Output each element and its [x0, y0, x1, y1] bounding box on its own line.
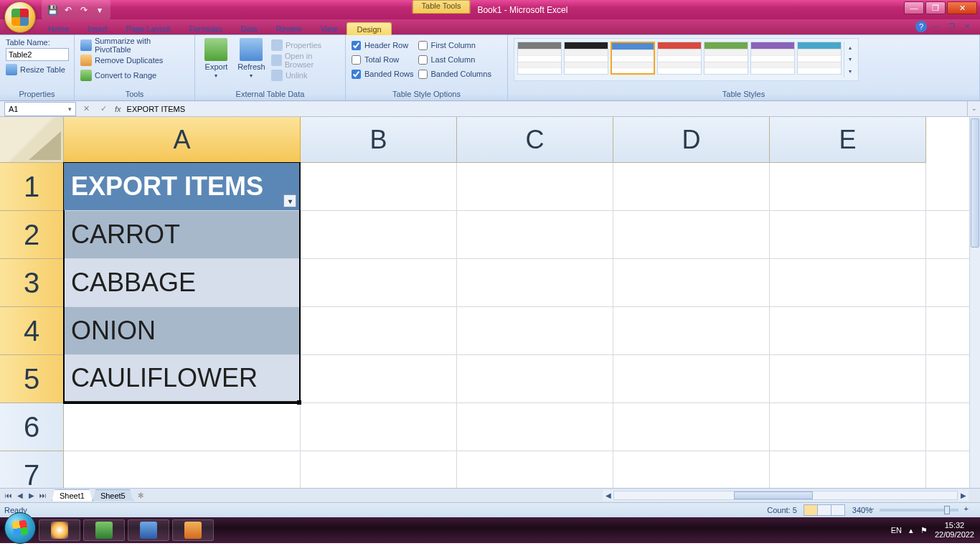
maximize-button[interactable]: ❐: [925, 1, 946, 14]
zoom-slider-thumb[interactable]: [944, 506, 950, 514]
qat-dropdown-icon[interactable]: ▾: [93, 4, 106, 17]
tab-review[interactable]: Review: [267, 22, 311, 34]
cell-b2[interactable]: [301, 211, 457, 258]
office-button[interactable]: [4, 1, 36, 33]
tab-formulas[interactable]: Formulas: [180, 22, 232, 34]
refresh-button[interactable]: Refresh▾: [236, 38, 267, 79]
new-sheet-icon[interactable]: ✻: [133, 491, 148, 499]
cell-a3[interactable]: CABBAGE: [64, 259, 301, 306]
cell-a1[interactable]: EXPORT ITEMS▾: [64, 163, 301, 210]
taskbar-excel[interactable]: [83, 519, 125, 541]
save-icon[interactable]: 💾: [46, 4, 59, 17]
cell-c4[interactable]: [457, 307, 613, 354]
hscroll-thumb[interactable]: [734, 491, 813, 499]
cell-c1[interactable]: [457, 163, 613, 210]
cell-e7[interactable]: [770, 451, 926, 488]
tab-page-layout[interactable]: Page Layout: [117, 22, 180, 34]
tray-flag-icon[interactable]: ⚑: [920, 526, 928, 535]
mdi-close-icon[interactable]: ✕: [964, 22, 974, 31]
tray-up-icon[interactable]: ▴: [909, 526, 913, 535]
last-sheet-icon[interactable]: ⏭: [37, 491, 49, 499]
cell-c7[interactable]: [457, 451, 613, 488]
cell-c2[interactable]: [457, 211, 613, 258]
last-column-checkbox[interactable]: Last Column: [418, 52, 491, 67]
cell-c6[interactable]: [457, 403, 613, 451]
gallery-more-button[interactable]: ▴▾▾: [844, 42, 855, 77]
table-styles-gallery[interactable]: ▴▾▾: [514, 38, 859, 81]
hscroll-right-icon[interactable]: ▶: [958, 491, 969, 499]
cell-a4[interactable]: ONION: [64, 307, 301, 354]
cell-a7[interactable]: [64, 451, 301, 488]
remove-duplicates-button[interactable]: Remove Duplicates: [80, 53, 163, 67]
cell-a5[interactable]: CAULIFLOWER: [64, 355, 301, 402]
export-button[interactable]: Export▾: [201, 38, 232, 79]
vertical-scrollbar[interactable]: [969, 117, 980, 488]
cell-d1[interactable]: [613, 163, 770, 210]
taskbar-paint[interactable]: [172, 519, 214, 541]
taskbar-word[interactable]: [128, 519, 169, 541]
cell-a6[interactable]: [64, 403, 301, 451]
table-style-thumb[interactable]: [657, 42, 702, 75]
cell-a2[interactable]: CARROT: [64, 211, 301, 258]
next-sheet-icon[interactable]: ▶: [26, 491, 37, 499]
tray-lang[interactable]: EN: [891, 526, 902, 534]
header-row-checkbox[interactable]: Header Row: [352, 38, 414, 52]
minimize-button[interactable]: —: [904, 1, 924, 14]
cell-b1[interactable]: [301, 163, 457, 210]
cell-e3[interactable]: [770, 259, 926, 306]
row-header-1[interactable]: 1: [0, 163, 64, 211]
cell-e1[interactable]: [770, 163, 926, 210]
cell-c5[interactable]: [457, 355, 613, 402]
first-column-checkbox[interactable]: First Column: [418, 38, 491, 52]
row-header-5[interactable]: 5: [0, 355, 64, 403]
cell-b7[interactable]: [301, 451, 457, 488]
table-style-thumb[interactable]: [704, 42, 748, 75]
help-icon[interactable]: ?: [915, 21, 927, 32]
cell-d2[interactable]: [613, 211, 770, 258]
filter-dropdown-icon[interactable]: ▾: [283, 194, 296, 207]
banded-rows-checkbox[interactable]: Banded Rows: [352, 67, 414, 81]
table-name-input[interactable]: [6, 48, 69, 61]
close-button[interactable]: ✕: [947, 1, 977, 14]
undo-icon[interactable]: ↶: [62, 4, 75, 17]
convert-range-button[interactable]: Convert to Range: [80, 68, 156, 83]
table-style-thumb[interactable]: [750, 42, 795, 75]
cell-d7[interactable]: [613, 451, 770, 488]
prev-sheet-icon[interactable]: ◀: [14, 491, 26, 499]
tab-data[interactable]: Data: [231, 22, 266, 34]
cell-d5[interactable]: [613, 355, 770, 402]
worksheet-grid[interactable]: ABCDE 1234567 EXPORT ITEMS▾ CARROT CABBA…: [0, 117, 980, 488]
horizontal-scrollbar[interactable]: ◀▶: [603, 490, 969, 501]
table-style-thumb[interactable]: [564, 42, 608, 75]
summarize-pivottable-button[interactable]: Summarize with PivotTable: [80, 38, 189, 52]
tray-clock[interactable]: 15:3222/09/2022: [935, 521, 974, 540]
normal-view-button[interactable]: [804, 504, 818, 516]
table-style-thumb[interactable]: [611, 42, 655, 75]
table-style-thumb[interactable]: [517, 42, 562, 75]
fx-icon[interactable]: fx: [112, 105, 124, 113]
cell-e2[interactable]: [770, 211, 926, 258]
cell-d3[interactable]: [613, 259, 770, 306]
column-header-d[interactable]: D: [613, 117, 770, 163]
cells-area[interactable]: EXPORT ITEMS▾ CARROT CABBAGE ONION CAULI…: [64, 163, 969, 488]
cell-b3[interactable]: [301, 259, 457, 306]
start-button[interactable]: [4, 512, 36, 544]
total-row-checkbox[interactable]: Total Row: [352, 52, 414, 67]
cell-b4[interactable]: [301, 307, 457, 354]
tab-insert[interactable]: Insert: [78, 22, 117, 34]
cell-e4[interactable]: [770, 307, 926, 354]
resize-table-button[interactable]: Resize Table: [6, 62, 65, 77]
select-all-corner[interactable]: [0, 117, 64, 163]
page-layout-view-button[interactable]: [817, 504, 831, 516]
name-box[interactable]: A1▾: [4, 102, 76, 116]
mdi-minimize-icon[interactable]: —: [933, 22, 943, 31]
cell-c3[interactable]: [457, 259, 613, 306]
mdi-restore-icon[interactable]: ❐: [948, 22, 958, 31]
cancel-formula-icon[interactable]: ✕: [77, 104, 95, 113]
sheet-tab-sheet1[interactable]: Sheet1: [52, 489, 93, 501]
cell-d6[interactable]: [613, 403, 770, 451]
row-header-4[interactable]: 4: [0, 307, 64, 355]
namebox-dropdown-icon[interactable]: ▾: [68, 105, 72, 113]
column-header-e[interactable]: E: [770, 117, 926, 163]
enter-formula-icon[interactable]: ✓: [95, 104, 112, 113]
